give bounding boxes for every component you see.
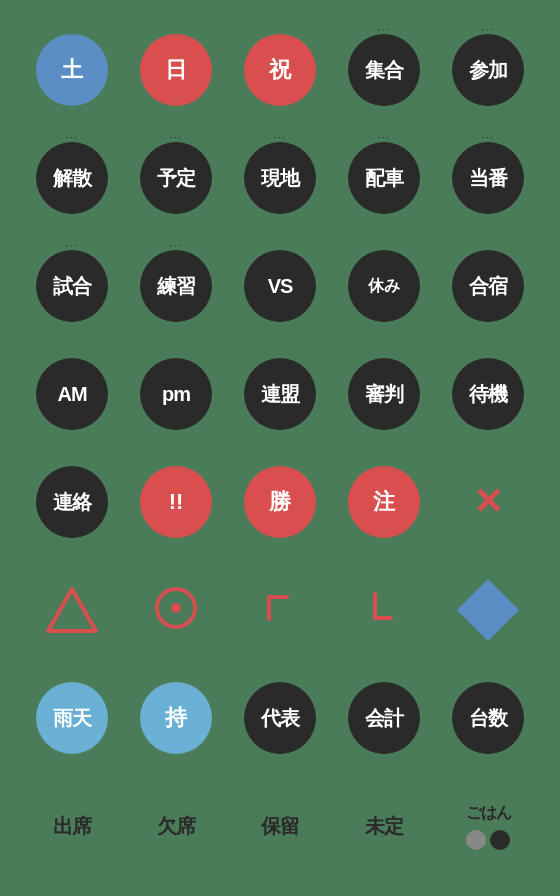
svg-marker-0 bbox=[48, 589, 96, 631]
cell-shiai: 試合 bbox=[24, 236, 120, 336]
cell-haisha: 配車 bbox=[336, 128, 432, 228]
bubble-daisuu: 台数 bbox=[452, 682, 524, 754]
cell-circle-o bbox=[128, 560, 224, 660]
cell-kaisan: 解散 bbox=[24, 128, 120, 228]
cell-sun: 日 bbox=[128, 20, 224, 120]
bubble-kaikei: 会計 bbox=[348, 682, 420, 754]
bubble-shinpan: 審判 bbox=[348, 358, 420, 430]
label-katsu: 勝 bbox=[269, 487, 291, 517]
bubble-renshu: 練習 bbox=[140, 250, 212, 322]
bubble-vs: VS bbox=[244, 250, 316, 322]
cell-renshu: 練習 bbox=[128, 236, 224, 336]
label-daisuu: 台数 bbox=[469, 705, 507, 732]
cell-katsu: 勝 bbox=[232, 452, 328, 552]
cell-miteii: 未定 bbox=[336, 776, 432, 876]
cell-sat: 土 bbox=[24, 20, 120, 120]
bubble-daihyo: 代表 bbox=[244, 682, 316, 754]
bubble-mochi: 持 bbox=[140, 682, 212, 754]
label-shugo: 集合 bbox=[365, 57, 403, 84]
diamond-icon bbox=[466, 588, 510, 632]
label-am: AM bbox=[57, 383, 86, 406]
bubble-sat: 土 bbox=[36, 34, 108, 106]
cell-corner bbox=[232, 560, 328, 660]
cell-horyuu: 保留 bbox=[232, 776, 328, 876]
cell-renmei: 連盟 bbox=[232, 344, 328, 444]
bubble-yasumi: 休み bbox=[348, 250, 420, 322]
svg-point-2 bbox=[171, 603, 181, 613]
label-pm: pm bbox=[162, 383, 190, 406]
cell-gohan: ごはん bbox=[440, 776, 536, 876]
cell-toban: 当番 bbox=[440, 128, 536, 228]
cell-yotei: 予定 bbox=[128, 128, 224, 228]
bubble-toban: 当番 bbox=[452, 142, 524, 214]
bubble-renraku: 連絡 bbox=[36, 466, 108, 538]
label-gasshuku: 合宿 bbox=[469, 273, 507, 300]
cell-exclaim: !! bbox=[128, 452, 224, 552]
cell-shusseki: 出席 bbox=[24, 776, 120, 876]
bubble-shiai: 試合 bbox=[36, 250, 108, 322]
label-sun: 日 bbox=[165, 55, 187, 85]
label-kaisan: 解散 bbox=[53, 165, 91, 192]
cell-shinpan: 審判 bbox=[336, 344, 432, 444]
label-renshu: 練習 bbox=[157, 273, 195, 300]
cell-holiday: 祝 bbox=[232, 20, 328, 120]
label-shinpan: 審判 bbox=[365, 381, 403, 408]
label-chu: 注 bbox=[373, 487, 395, 517]
label-exclaim: !! bbox=[169, 489, 184, 515]
gohan-group: ごはん bbox=[466, 803, 511, 850]
cell-diamond bbox=[440, 560, 536, 660]
corner-bracket-icon bbox=[265, 593, 295, 627]
bubble-katsu: 勝 bbox=[244, 466, 316, 538]
label-sanka: 参加 bbox=[469, 57, 507, 84]
cell-uten: 雨天 bbox=[24, 668, 120, 768]
bubble-renmei: 連盟 bbox=[244, 358, 316, 430]
hook-icon bbox=[369, 590, 399, 630]
bubble-kaisan: 解散 bbox=[36, 142, 108, 214]
bubble-shugo: 集合 bbox=[348, 34, 420, 106]
cell-vs: VS bbox=[232, 236, 328, 336]
cell-chu: 注 bbox=[336, 452, 432, 552]
label-genchi: 現地 bbox=[261, 165, 299, 192]
cell-mochi: 持 bbox=[128, 668, 224, 768]
label-taiki: 待機 bbox=[469, 381, 507, 408]
cell-renraku: 連絡 bbox=[24, 452, 120, 552]
bubble-uten: 雨天 bbox=[36, 682, 108, 754]
cell-triangle bbox=[24, 560, 120, 660]
cell-daihyo: 代表 bbox=[232, 668, 328, 768]
bubble-haisha: 配車 bbox=[348, 142, 420, 214]
label-shiai: 試合 bbox=[53, 273, 91, 300]
triangle-icon bbox=[44, 585, 100, 635]
cell-sanka: 参加 bbox=[440, 20, 536, 120]
label-renraku: 連絡 bbox=[53, 489, 91, 516]
bubble-gasshuku: 合宿 bbox=[452, 250, 524, 322]
emoji-grid: 土日祝集合参加解散予定現地配車当番試合練習VS休み合宿AMpm連盟審判待機連絡!… bbox=[8, 4, 552, 892]
bubble-pm: pm bbox=[140, 358, 212, 430]
label-daihyo: 代表 bbox=[261, 705, 299, 732]
x-mark-icon: ✕ bbox=[473, 484, 503, 520]
cell-am: AM bbox=[24, 344, 120, 444]
cell-kaikei: 会計 bbox=[336, 668, 432, 768]
label-haisha: 配車 bbox=[365, 165, 403, 192]
gohan-icon-2 bbox=[490, 830, 510, 850]
cell-shugo: 集合 bbox=[336, 20, 432, 120]
cell-genchi: 現地 bbox=[232, 128, 328, 228]
label-yasumi: 休み bbox=[368, 276, 400, 297]
circle-outline-icon bbox=[151, 583, 201, 637]
label-kesseki: 欠席 bbox=[157, 813, 195, 840]
label-shusseki: 出席 bbox=[53, 813, 91, 840]
bubble-holiday: 祝 bbox=[244, 34, 316, 106]
label-sat: 土 bbox=[61, 55, 83, 85]
cell-kesseki: 欠席 bbox=[128, 776, 224, 876]
label-toban: 当番 bbox=[469, 165, 507, 192]
label-gohan: ごはん bbox=[466, 803, 511, 824]
cell-pm: pm bbox=[128, 344, 224, 444]
cell-yasumi: 休み bbox=[336, 236, 432, 336]
bubble-yotei: 予定 bbox=[140, 142, 212, 214]
label-miteii: 未定 bbox=[365, 813, 403, 840]
bubble-sun: 日 bbox=[140, 34, 212, 106]
label-yotei: 予定 bbox=[157, 165, 195, 192]
cell-taiki: 待機 bbox=[440, 344, 536, 444]
label-mochi: 持 bbox=[165, 703, 187, 733]
bubble-sanka: 参加 bbox=[452, 34, 524, 106]
cell-hook bbox=[336, 560, 432, 660]
